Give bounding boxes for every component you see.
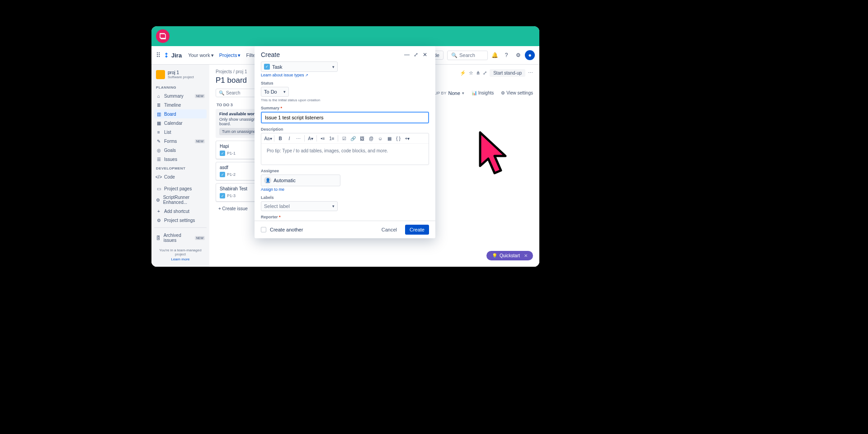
mention-icon[interactable]: @ xyxy=(368,135,374,142)
fullscreen-icon[interactable]: ⤢ xyxy=(483,70,487,76)
start-standup-button[interactable]: Start stand-up xyxy=(490,69,525,77)
bold-icon[interactable]: B xyxy=(277,135,283,142)
share-icon[interactable]: ⋔ xyxy=(476,70,480,76)
summary-icon: ⌂ xyxy=(156,93,161,99)
sidebar-item-summary[interactable]: ⌂SummaryNEW xyxy=(154,91,207,100)
sidebar-item-timeline[interactable]: ≣Timeline xyxy=(154,100,207,109)
sidebar-item-calendar[interactable]: ▦Calendar xyxy=(154,118,207,127)
help-icon[interactable]: ? xyxy=(501,50,511,60)
sidebar-item-scriptrunner[interactable]: ⚙ScriptRunner Enhanced... xyxy=(154,193,207,207)
checklist-icon[interactable]: ☑ xyxy=(341,135,347,142)
sidebar-item-add-shortcut[interactable]: +Add shortcut xyxy=(154,207,207,216)
sidebar-item-project-settings[interactable]: ⚙Project settings xyxy=(154,216,207,225)
project-header[interactable]: proj 1 Software project xyxy=(154,68,207,83)
text-style-icon[interactable]: Aa▾ xyxy=(265,135,271,142)
app-switcher-icon[interactable]: ⠿ xyxy=(156,52,160,59)
field-labels: Labels Select label ▾ xyxy=(261,195,429,211)
settings-icon[interactable]: ⚙ xyxy=(513,50,523,60)
sidebar: proj 1 Software project PLANNING ⌂Summar… xyxy=(151,65,209,267)
chevron-down-icon: ▾ xyxy=(332,65,335,69)
jira-logo[interactable]: Jira xyxy=(163,52,182,59)
sidebar-footer: You're in a team-managed project Learn m… xyxy=(154,248,207,261)
search-icon: 🔍 xyxy=(451,52,458,58)
summary-input[interactable] xyxy=(261,112,429,123)
bullet-list-icon[interactable]: •≡ xyxy=(320,135,326,142)
table-icon[interactable]: ▦ xyxy=(386,135,392,142)
close-icon[interactable]: ✕ xyxy=(421,51,429,59)
modal-title: Create xyxy=(261,51,402,58)
sidebar-item-goals[interactable]: ◎Goals xyxy=(154,146,207,155)
sidebar-item-issues[interactable]: ☰Issues xyxy=(154,155,207,164)
sidebar-item-list[interactable]: ≡List xyxy=(154,127,207,137)
image-icon[interactable]: 🖼 xyxy=(359,135,365,142)
issue-type-select[interactable]: ✓ Task ▾ xyxy=(261,61,338,72)
chevron-down-icon: ▾ xyxy=(283,90,286,94)
lightbulb-icon: 💡 xyxy=(492,253,497,258)
learn-more-link[interactable]: Learn more xyxy=(154,257,207,261)
close-icon[interactable]: ✕ xyxy=(524,253,528,258)
sidebar-item-forms[interactable]: ✎FormsNEW xyxy=(154,137,207,146)
recorder-titlebar xyxy=(151,26,539,46)
quickstart-button[interactable]: 💡 Quickstart ✕ xyxy=(486,251,533,260)
sidebar-item-pages[interactable]: ▭Project pages xyxy=(154,184,207,193)
insights-button[interactable]: 📊Insights xyxy=(472,90,494,95)
cancel-button[interactable]: Cancel xyxy=(377,225,401,235)
text-color-icon[interactable]: A▾ xyxy=(307,135,314,142)
chevron-down-icon: ▾ xyxy=(238,52,241,58)
section-planning: PLANNING xyxy=(154,83,207,91)
project-type: Software project xyxy=(168,75,194,79)
chevron-down-icon: ▾ xyxy=(211,52,214,58)
assignee-select[interactable]: 👤 Automatic xyxy=(261,175,340,186)
description-body[interactable]: Pro tip: Type / to add tables, images, c… xyxy=(261,144,429,165)
labels-select[interactable]: Select label ▾ xyxy=(261,201,338,211)
sidebar-item-archived[interactable]: 🗄Archived issuesNEW xyxy=(154,231,207,245)
status-select[interactable]: To Do ▾ xyxy=(261,87,289,97)
star-icon[interactable]: ☆ xyxy=(469,70,473,76)
field-assignee: Assignee 👤 Automatic Assign to me xyxy=(261,169,429,192)
code-icon: </> xyxy=(156,174,161,179)
minimize-icon[interactable]: — xyxy=(403,51,411,59)
scriptrunner-icon: ⚙ xyxy=(156,197,160,203)
crumb-project[interactable]: proj 1 xyxy=(236,69,247,74)
nav-projects[interactable]: Projects ▾ xyxy=(219,52,241,58)
italic-icon[interactable]: I xyxy=(286,135,292,142)
sidebar-item-board[interactable]: ▥Board xyxy=(154,109,207,118)
sidebar-item-code[interactable]: </>Code xyxy=(154,172,207,181)
create-another-label[interactable]: Create another xyxy=(270,227,303,232)
link-icon[interactable]: 🔗 xyxy=(350,135,356,142)
code-icon[interactable]: { } xyxy=(395,135,401,142)
create-submit-button[interactable]: Create xyxy=(405,225,429,235)
profile-avatar[interactable]: ● xyxy=(525,50,535,60)
task-type-icon: ✓ xyxy=(220,151,225,156)
emoji-icon[interactable]: ☺ xyxy=(377,135,383,142)
jira-logo-text: Jira xyxy=(171,52,182,59)
nav-your-work[interactable]: Your work ▾ xyxy=(188,52,214,58)
recorder-logo-icon xyxy=(156,29,170,43)
automation-icon[interactable]: ⚡ xyxy=(460,70,466,76)
view-settings-button[interactable]: ⚙View settings xyxy=(501,90,533,95)
chevron-down-icon: ▾ xyxy=(332,204,335,208)
modal-footer: Create another Cancel Create xyxy=(255,221,435,238)
create-another-checkbox[interactable] xyxy=(261,227,266,232)
field-description: Description Aa▾ B I ⋯ A▾ •≡ 1≡ xyxy=(261,127,429,165)
crumb-projects[interactable]: Projects xyxy=(216,69,232,74)
issues-icon: ☰ xyxy=(156,156,161,162)
number-list-icon[interactable]: 1≡ xyxy=(329,135,335,142)
assign-to-me-link[interactable]: Assign to me xyxy=(261,187,284,192)
section-development: DEVELOPMENT xyxy=(154,164,207,172)
calendar-icon: ▦ xyxy=(156,120,161,126)
plus-icon[interactable]: +▾ xyxy=(404,135,410,142)
notifications-icon[interactable]: 🔔 xyxy=(490,50,500,60)
description-editor[interactable]: Aa▾ B I ⋯ A▾ •≡ 1≡ ☑ 🔗 xyxy=(261,133,429,165)
global-search[interactable]: 🔍Search xyxy=(447,51,488,60)
more-icon[interactable]: ⋯ xyxy=(528,70,533,76)
gear-icon: ⚙ xyxy=(156,217,161,223)
board-icon: ▥ xyxy=(156,111,161,117)
forms-icon: ✎ xyxy=(156,138,161,144)
expand-icon[interactable]: ⤢ xyxy=(412,51,420,59)
goals-icon: ◎ xyxy=(156,147,161,153)
sliders-icon: ⚙ xyxy=(501,90,505,95)
chart-icon: 📊 xyxy=(472,90,477,95)
more-format-icon[interactable]: ⋯ xyxy=(295,135,302,142)
learn-issue-types-link[interactable]: Learn about issue types ↗ xyxy=(261,73,308,77)
